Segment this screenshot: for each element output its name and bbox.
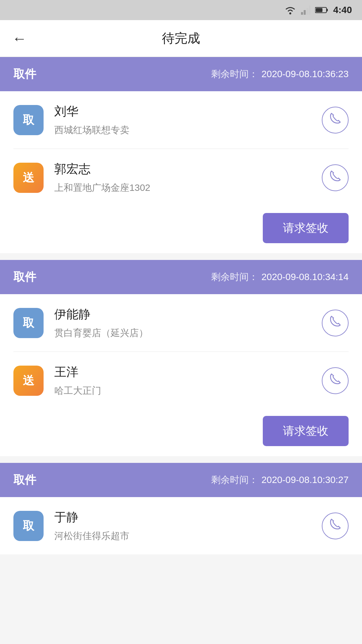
orders-container: 取件 剩余时间： 2020-09-08.10:36:23 取 刘华 西城红场联想…	[0, 57, 362, 554]
contact-info-3-1: 于静 河松街佳得乐超市	[54, 509, 311, 542]
status-time: 4:40	[333, 5, 352, 15]
contact-info-1-1: 刘华 西城红场联想专卖	[54, 103, 311, 137]
card-action-1: 请求签收	[0, 206, 362, 253]
contact-row-1-2: 送 郭宏志 上和置地广场金座1302	[0, 149, 362, 206]
card-action-2: 请求签收	[0, 409, 362, 456]
battery-icon	[315, 6, 328, 14]
contact-row-3-1: 取 于静 河松街佳得乐超市	[0, 497, 362, 554]
contact-row-1-1: 取 刘华 西城红场联想专卖	[0, 91, 362, 149]
signal-icon	[301, 5, 310, 15]
svg-rect-4	[309, 5, 310, 15]
back-button[interactable]: ←	[12, 30, 27, 47]
avatar-deliver-1: 送	[13, 163, 44, 193]
contact-address-3-1: 河松街佳得乐超市	[54, 530, 311, 542]
order-type-3: 取件	[13, 472, 36, 488]
phone-icon-2-2	[329, 373, 341, 388]
order-card-3: 取件 剩余时间： 2020-09-08.10:30:27 取 于静 河松街佳得乐…	[0, 463, 362, 554]
time-value-3: 2020-09-08.10:30:27	[261, 475, 349, 485]
order-time-3: 剩余时间： 2020-09-08.10:30:27	[211, 474, 349, 486]
contact-address-2-2: 哈工大正门	[54, 384, 311, 397]
order-card-1: 取件 剩余时间： 2020-09-08.10:36:23 取 刘华 西城红场联想…	[0, 57, 362, 253]
contact-row-2-1: 取 伊能静 贯白育婴店（延兴店）	[0, 294, 362, 352]
phone-button-1-2[interactable]	[322, 164, 349, 191]
page-title: 待完成	[162, 30, 200, 47]
contact-name-1-1: 刘华	[54, 103, 311, 120]
contact-address-1-2: 上和置地广场金座1302	[54, 181, 311, 194]
status-icons: 4:40	[284, 5, 352, 15]
contact-name-2-1: 伊能静	[54, 306, 311, 323]
time-label-1: 剩余时间：	[211, 68, 258, 80]
svg-rect-7	[316, 8, 322, 12]
order-time-1: 剩余时间： 2020-09-08.10:36:23	[211, 68, 349, 80]
status-bar: 4:40	[0, 0, 362, 20]
nav-bar: ← 待完成	[0, 20, 362, 57]
time-value-2: 2020-09-08.10:34:14	[261, 272, 349, 282]
phone-button-1-1[interactable]	[322, 107, 349, 133]
order-card-2: 取件 剩余时间： 2020-09-08.10:34:14 取 伊能静 贯白育婴店…	[0, 260, 362, 456]
sign-button-1[interactable]: 请求签收	[263, 213, 349, 243]
phone-button-2-1[interactable]	[322, 310, 349, 336]
svg-rect-2	[304, 10, 306, 15]
phone-button-3-1[interactable]	[322, 513, 349, 539]
contact-info-1-2: 郭宏志 上和置地广场金座1302	[54, 161, 311, 194]
contact-row-2-2: 送 王洋 哈工大正门	[0, 352, 362, 409]
contact-info-2-1: 伊能静 贯白育婴店（延兴店）	[54, 306, 311, 339]
card-header-1: 取件 剩余时间： 2020-09-08.10:36:23	[0, 57, 362, 91]
order-type-2: 取件	[13, 269, 36, 285]
contact-name-1-2: 郭宏志	[54, 161, 311, 177]
avatar-pickup-2: 取	[13, 308, 44, 338]
card-header-2: 取件 剩余时间： 2020-09-08.10:34:14	[0, 260, 362, 294]
avatar-deliver-2: 送	[13, 366, 44, 396]
order-time-2: 剩余时间： 2020-09-08.10:34:14	[211, 271, 349, 283]
phone-icon-1-1	[329, 112, 341, 127]
svg-rect-6	[326, 9, 328, 11]
phone-icon-3-1	[329, 518, 341, 533]
contact-address-2-1: 贯白育婴店（延兴店）	[54, 327, 311, 339]
contact-name-2-2: 王洋	[54, 364, 311, 380]
card-header-3: 取件 剩余时间： 2020-09-08.10:30:27	[0, 463, 362, 497]
wifi-icon	[284, 6, 296, 14]
contact-address-1-1: 西城红场联想专卖	[54, 124, 311, 137]
avatar-pickup-1: 取	[13, 105, 44, 135]
svg-rect-3	[306, 8, 308, 15]
svg-rect-1	[301, 12, 303, 15]
contact-name-3-1: 于静	[54, 509, 311, 526]
order-type-1: 取件	[13, 66, 36, 82]
svg-point-0	[289, 12, 291, 14]
time-value-1: 2020-09-08.10:36:23	[261, 69, 349, 79]
sign-button-2[interactable]: 请求签收	[263, 416, 349, 446]
time-label-2: 剩余时间：	[211, 271, 258, 283]
phone-button-2-2[interactable]	[322, 367, 349, 394]
phone-icon-2-1	[329, 315, 341, 330]
time-label-3: 剩余时间：	[211, 474, 258, 486]
contact-info-2-2: 王洋 哈工大正门	[54, 364, 311, 397]
avatar-pickup-3: 取	[13, 511, 44, 541]
phone-icon-1-2	[329, 170, 341, 185]
